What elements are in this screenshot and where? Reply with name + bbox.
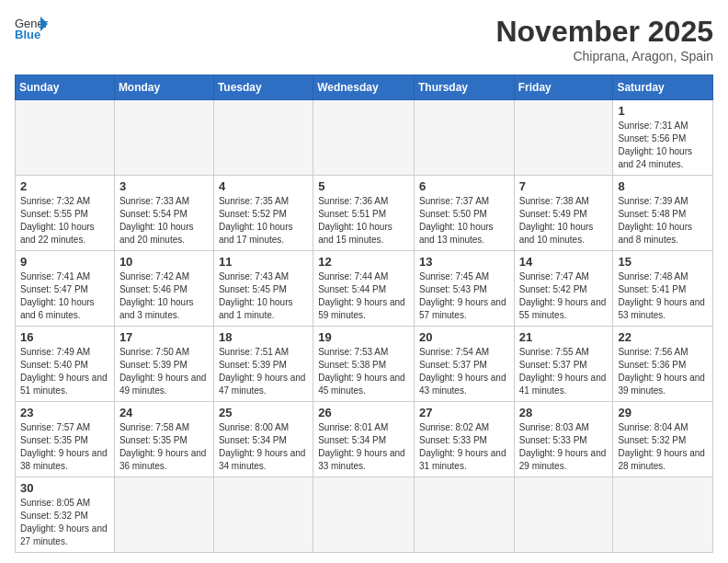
calendar-cell: 15Sunrise: 7:48 AM Sunset: 5:41 PM Dayli… bbox=[613, 251, 713, 327]
calendar-cell: 2Sunrise: 7:32 AM Sunset: 5:55 PM Daylig… bbox=[16, 176, 115, 251]
cell-info: Sunrise: 7:44 AM Sunset: 5:44 PM Dayligh… bbox=[318, 270, 409, 322]
cell-info: Sunrise: 7:45 AM Sunset: 5:43 PM Dayligh… bbox=[419, 270, 509, 322]
day-number: 18 bbox=[219, 330, 308, 344]
day-number: 4 bbox=[219, 179, 308, 193]
calendar-cell: 13Sunrise: 7:45 AM Sunset: 5:43 PM Dayli… bbox=[414, 251, 514, 327]
title-block: November 2025 Chiprana, Aragon, Spain bbox=[495, 15, 713, 63]
calendar-cell: 22Sunrise: 7:56 AM Sunset: 5:36 PM Dayli… bbox=[613, 327, 713, 402]
calendar-cell bbox=[213, 477, 313, 553]
calendar-cell bbox=[414, 100, 514, 176]
day-number: 5 bbox=[318, 179, 409, 193]
day-number: 24 bbox=[119, 406, 209, 419]
calendar-cell: 6Sunrise: 7:37 AM Sunset: 5:50 PM Daylig… bbox=[414, 176, 514, 251]
calendar-cell: 1Sunrise: 7:31 AM Sunset: 5:56 PM Daylig… bbox=[613, 100, 713, 176]
cell-info: Sunrise: 7:37 AM Sunset: 5:50 PM Dayligh… bbox=[419, 195, 509, 247]
cell-info: Sunrise: 8:00 AM Sunset: 5:34 PM Dayligh… bbox=[219, 421, 308, 473]
col-header-wednesday: Wednesday bbox=[313, 75, 415, 100]
cell-info: Sunrise: 8:03 AM Sunset: 5:33 PM Dayligh… bbox=[519, 421, 609, 473]
calendar-table: SundayMondayTuesdayWednesdayThursdayFrid… bbox=[15, 75, 713, 553]
week-row-4: 16Sunrise: 7:49 AM Sunset: 5:40 PM Dayli… bbox=[16, 327, 713, 402]
day-number: 13 bbox=[419, 255, 509, 269]
calendar-cell: 27Sunrise: 8:02 AM Sunset: 5:33 PM Dayli… bbox=[414, 402, 514, 477]
cell-info: Sunrise: 8:05 AM Sunset: 5:32 PM Dayligh… bbox=[20, 497, 109, 548]
cell-info: Sunrise: 7:36 AM Sunset: 5:51 PM Dayligh… bbox=[318, 195, 409, 247]
day-number: 7 bbox=[519, 179, 609, 193]
calendar-cell: 26Sunrise: 8:01 AM Sunset: 5:34 PM Dayli… bbox=[313, 402, 415, 477]
calendar-cell: 12Sunrise: 7:44 AM Sunset: 5:44 PM Dayli… bbox=[313, 251, 415, 327]
col-header-saturday: Saturday bbox=[613, 75, 713, 100]
cell-info: Sunrise: 7:41 AM Sunset: 5:47 PM Dayligh… bbox=[20, 270, 109, 322]
cell-info: Sunrise: 7:57 AM Sunset: 5:35 PM Dayligh… bbox=[20, 421, 109, 473]
calendar-cell: 24Sunrise: 7:58 AM Sunset: 5:35 PM Dayli… bbox=[114, 402, 213, 477]
week-row-3: 9Sunrise: 7:41 AM Sunset: 5:47 PM Daylig… bbox=[16, 251, 713, 327]
cell-info: Sunrise: 7:58 AM Sunset: 5:35 PM Dayligh… bbox=[119, 421, 209, 473]
cell-info: Sunrise: 7:48 AM Sunset: 5:41 PM Dayligh… bbox=[618, 270, 708, 322]
calendar-cell: 5Sunrise: 7:36 AM Sunset: 5:51 PM Daylig… bbox=[313, 176, 415, 251]
calendar-cell: 20Sunrise: 7:54 AM Sunset: 5:37 PM Dayli… bbox=[414, 327, 514, 402]
logo: General Blue bbox=[15, 15, 48, 40]
calendar-cell: 23Sunrise: 7:57 AM Sunset: 5:35 PM Dayli… bbox=[16, 402, 115, 477]
col-header-thursday: Thursday bbox=[414, 75, 514, 100]
cell-info: Sunrise: 7:35 AM Sunset: 5:52 PM Dayligh… bbox=[219, 195, 308, 247]
calendar-cell: 3Sunrise: 7:33 AM Sunset: 5:54 PM Daylig… bbox=[114, 176, 213, 251]
day-number: 28 bbox=[519, 406, 609, 419]
calendar-cell bbox=[16, 100, 115, 176]
day-number: 3 bbox=[119, 179, 209, 193]
cell-info: Sunrise: 7:53 AM Sunset: 5:38 PM Dayligh… bbox=[318, 346, 409, 397]
day-number: 14 bbox=[519, 255, 609, 269]
day-number: 26 bbox=[318, 406, 409, 419]
calendar-cell bbox=[313, 477, 415, 553]
page-header: General Blue November 2025 Chiprana, Ara… bbox=[15, 15, 713, 63]
day-number: 10 bbox=[119, 255, 209, 269]
calendar-cell: 17Sunrise: 7:50 AM Sunset: 5:39 PM Dayli… bbox=[114, 327, 213, 402]
cell-info: Sunrise: 7:54 AM Sunset: 5:37 PM Dayligh… bbox=[419, 346, 509, 397]
calendar-cell bbox=[313, 100, 415, 176]
day-number: 19 bbox=[318, 330, 409, 344]
cell-info: Sunrise: 8:02 AM Sunset: 5:33 PM Dayligh… bbox=[419, 421, 509, 473]
calendar-cell bbox=[514, 100, 613, 176]
cell-info: Sunrise: 7:51 AM Sunset: 5:39 PM Dayligh… bbox=[219, 346, 308, 397]
calendar-cell bbox=[414, 477, 514, 553]
cell-info: Sunrise: 7:42 AM Sunset: 5:46 PM Dayligh… bbox=[119, 270, 209, 322]
month-title: November 2025 bbox=[495, 15, 713, 49]
day-number: 2 bbox=[20, 179, 109, 193]
cell-info: Sunrise: 7:55 AM Sunset: 5:37 PM Dayligh… bbox=[519, 346, 609, 397]
calendar-cell: 18Sunrise: 7:51 AM Sunset: 5:39 PM Dayli… bbox=[213, 327, 313, 402]
calendar-cell: 7Sunrise: 7:38 AM Sunset: 5:49 PM Daylig… bbox=[514, 176, 613, 251]
col-header-tuesday: Tuesday bbox=[213, 75, 313, 100]
calendar-cell bbox=[114, 100, 213, 176]
calendar-cell: 16Sunrise: 7:49 AM Sunset: 5:40 PM Dayli… bbox=[16, 327, 115, 402]
day-number: 22 bbox=[618, 330, 708, 344]
col-header-sunday: Sunday bbox=[16, 75, 115, 100]
day-number: 23 bbox=[20, 406, 109, 419]
day-number: 1 bbox=[618, 104, 708, 118]
day-number: 29 bbox=[618, 406, 708, 419]
cell-info: Sunrise: 7:43 AM Sunset: 5:45 PM Dayligh… bbox=[219, 270, 308, 322]
cell-info: Sunrise: 7:38 AM Sunset: 5:49 PM Dayligh… bbox=[519, 195, 609, 247]
col-header-friday: Friday bbox=[514, 75, 613, 100]
day-number: 16 bbox=[20, 330, 109, 344]
cell-info: Sunrise: 7:31 AM Sunset: 5:56 PM Dayligh… bbox=[618, 120, 708, 171]
calendar-cell bbox=[613, 477, 713, 553]
calendar-header-row: SundayMondayTuesdayWednesdayThursdayFrid… bbox=[16, 75, 713, 100]
cell-info: Sunrise: 8:01 AM Sunset: 5:34 PM Dayligh… bbox=[318, 421, 409, 473]
day-number: 6 bbox=[419, 179, 509, 193]
cell-info: Sunrise: 7:49 AM Sunset: 5:40 PM Dayligh… bbox=[20, 346, 109, 397]
col-header-monday: Monday bbox=[114, 75, 213, 100]
week-row-2: 2Sunrise: 7:32 AM Sunset: 5:55 PM Daylig… bbox=[16, 176, 713, 251]
cell-info: Sunrise: 7:50 AM Sunset: 5:39 PM Dayligh… bbox=[119, 346, 209, 397]
calendar-cell: 10Sunrise: 7:42 AM Sunset: 5:46 PM Dayli… bbox=[114, 251, 213, 327]
day-number: 30 bbox=[20, 481, 109, 495]
calendar-cell: 30Sunrise: 8:05 AM Sunset: 5:32 PM Dayli… bbox=[16, 477, 115, 553]
day-number: 17 bbox=[119, 330, 209, 344]
calendar-cell: 21Sunrise: 7:55 AM Sunset: 5:37 PM Dayli… bbox=[514, 327, 613, 402]
calendar-cell: 25Sunrise: 8:00 AM Sunset: 5:34 PM Dayli… bbox=[213, 402, 313, 477]
day-number: 9 bbox=[20, 255, 109, 269]
calendar-cell: 4Sunrise: 7:35 AM Sunset: 5:52 PM Daylig… bbox=[213, 176, 313, 251]
calendar-cell: 11Sunrise: 7:43 AM Sunset: 5:45 PM Dayli… bbox=[213, 251, 313, 327]
location: Chiprana, Aragon, Spain bbox=[495, 49, 713, 63]
day-number: 25 bbox=[219, 406, 308, 419]
week-row-5: 23Sunrise: 7:57 AM Sunset: 5:35 PM Dayli… bbox=[16, 402, 713, 477]
cell-info: Sunrise: 7:47 AM Sunset: 5:42 PM Dayligh… bbox=[519, 270, 609, 322]
week-row-6: 30Sunrise: 8:05 AM Sunset: 5:32 PM Dayli… bbox=[16, 477, 713, 553]
